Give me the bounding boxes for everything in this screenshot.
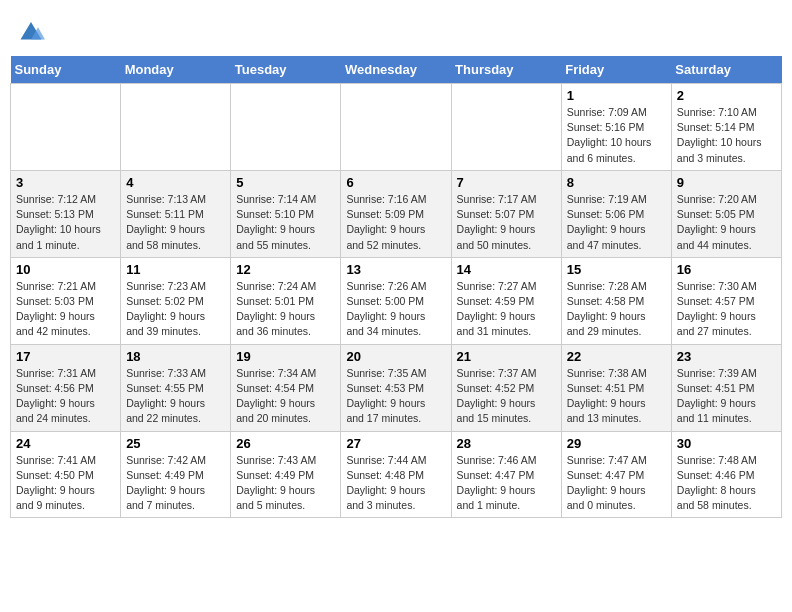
day-number: 1 — [567, 88, 666, 103]
day-info: Sunrise: 7:26 AM Sunset: 5:00 PM Dayligh… — [346, 279, 445, 340]
calendar-cell: 3Sunrise: 7:12 AM Sunset: 5:13 PM Daylig… — [11, 170, 121, 257]
logo — [15, 15, 45, 43]
day-number: 26 — [236, 436, 335, 451]
column-header-wednesday: Wednesday — [341, 56, 451, 84]
day-number: 28 — [457, 436, 556, 451]
day-number: 3 — [16, 175, 115, 190]
logo-icon — [17, 15, 45, 43]
day-info: Sunrise: 7:46 AM Sunset: 4:47 PM Dayligh… — [457, 453, 556, 514]
calendar-cell: 8Sunrise: 7:19 AM Sunset: 5:06 PM Daylig… — [561, 170, 671, 257]
day-info: Sunrise: 7:38 AM Sunset: 4:51 PM Dayligh… — [567, 366, 666, 427]
day-number: 6 — [346, 175, 445, 190]
day-info: Sunrise: 7:20 AM Sunset: 5:05 PM Dayligh… — [677, 192, 776, 253]
column-header-thursday: Thursday — [451, 56, 561, 84]
day-info: Sunrise: 7:42 AM Sunset: 4:49 PM Dayligh… — [126, 453, 225, 514]
calendar-cell: 29Sunrise: 7:47 AM Sunset: 4:47 PM Dayli… — [561, 431, 671, 518]
day-number: 16 — [677, 262, 776, 277]
day-info: Sunrise: 7:44 AM Sunset: 4:48 PM Dayligh… — [346, 453, 445, 514]
column-header-tuesday: Tuesday — [231, 56, 341, 84]
day-info: Sunrise: 7:19 AM Sunset: 5:06 PM Dayligh… — [567, 192, 666, 253]
day-info: Sunrise: 7:43 AM Sunset: 4:49 PM Dayligh… — [236, 453, 335, 514]
calendar-cell: 12Sunrise: 7:24 AM Sunset: 5:01 PM Dayli… — [231, 257, 341, 344]
calendar-cell: 15Sunrise: 7:28 AM Sunset: 4:58 PM Dayli… — [561, 257, 671, 344]
day-info: Sunrise: 7:12 AM Sunset: 5:13 PM Dayligh… — [16, 192, 115, 253]
day-info: Sunrise: 7:10 AM Sunset: 5:14 PM Dayligh… — [677, 105, 776, 166]
day-info: Sunrise: 7:17 AM Sunset: 5:07 PM Dayligh… — [457, 192, 556, 253]
day-number: 22 — [567, 349, 666, 364]
day-info: Sunrise: 7:09 AM Sunset: 5:16 PM Dayligh… — [567, 105, 666, 166]
day-number: 4 — [126, 175, 225, 190]
day-info: Sunrise: 7:41 AM Sunset: 4:50 PM Dayligh… — [16, 453, 115, 514]
calendar-cell — [231, 84, 341, 171]
day-number: 29 — [567, 436, 666, 451]
day-info: Sunrise: 7:39 AM Sunset: 4:51 PM Dayligh… — [677, 366, 776, 427]
day-number: 25 — [126, 436, 225, 451]
calendar-table: SundayMondayTuesdayWednesdayThursdayFrid… — [10, 56, 782, 518]
calendar-cell: 18Sunrise: 7:33 AM Sunset: 4:55 PM Dayli… — [121, 344, 231, 431]
calendar-cell: 11Sunrise: 7:23 AM Sunset: 5:02 PM Dayli… — [121, 257, 231, 344]
day-number: 13 — [346, 262, 445, 277]
week-row-2: 3Sunrise: 7:12 AM Sunset: 5:13 PM Daylig… — [11, 170, 782, 257]
day-number: 12 — [236, 262, 335, 277]
calendar-cell: 25Sunrise: 7:42 AM Sunset: 4:49 PM Dayli… — [121, 431, 231, 518]
day-info: Sunrise: 7:48 AM Sunset: 4:46 PM Dayligh… — [677, 453, 776, 514]
day-info: Sunrise: 7:23 AM Sunset: 5:02 PM Dayligh… — [126, 279, 225, 340]
calendar-cell — [451, 84, 561, 171]
calendar-cell: 21Sunrise: 7:37 AM Sunset: 4:52 PM Dayli… — [451, 344, 561, 431]
day-number: 20 — [346, 349, 445, 364]
calendar-cell: 9Sunrise: 7:20 AM Sunset: 5:05 PM Daylig… — [671, 170, 781, 257]
calendar-cell: 16Sunrise: 7:30 AM Sunset: 4:57 PM Dayli… — [671, 257, 781, 344]
column-header-saturday: Saturday — [671, 56, 781, 84]
calendar-cell: 6Sunrise: 7:16 AM Sunset: 5:09 PM Daylig… — [341, 170, 451, 257]
column-header-sunday: Sunday — [11, 56, 121, 84]
calendar-cell: 22Sunrise: 7:38 AM Sunset: 4:51 PM Dayli… — [561, 344, 671, 431]
day-number: 24 — [16, 436, 115, 451]
day-number: 8 — [567, 175, 666, 190]
day-info: Sunrise: 7:13 AM Sunset: 5:11 PM Dayligh… — [126, 192, 225, 253]
day-info: Sunrise: 7:14 AM Sunset: 5:10 PM Dayligh… — [236, 192, 335, 253]
day-number: 30 — [677, 436, 776, 451]
day-number: 19 — [236, 349, 335, 364]
day-info: Sunrise: 7:47 AM Sunset: 4:47 PM Dayligh… — [567, 453, 666, 514]
day-info: Sunrise: 7:34 AM Sunset: 4:54 PM Dayligh… — [236, 366, 335, 427]
calendar-cell: 4Sunrise: 7:13 AM Sunset: 5:11 PM Daylig… — [121, 170, 231, 257]
page-header — [10, 10, 782, 48]
day-number: 11 — [126, 262, 225, 277]
column-header-friday: Friday — [561, 56, 671, 84]
calendar-cell: 13Sunrise: 7:26 AM Sunset: 5:00 PM Dayli… — [341, 257, 451, 344]
day-info: Sunrise: 7:27 AM Sunset: 4:59 PM Dayligh… — [457, 279, 556, 340]
calendar-cell: 14Sunrise: 7:27 AM Sunset: 4:59 PM Dayli… — [451, 257, 561, 344]
calendar-cell — [11, 84, 121, 171]
day-info: Sunrise: 7:24 AM Sunset: 5:01 PM Dayligh… — [236, 279, 335, 340]
calendar-cell: 17Sunrise: 7:31 AM Sunset: 4:56 PM Dayli… — [11, 344, 121, 431]
day-number: 18 — [126, 349, 225, 364]
day-info: Sunrise: 7:35 AM Sunset: 4:53 PM Dayligh… — [346, 366, 445, 427]
day-info: Sunrise: 7:16 AM Sunset: 5:09 PM Dayligh… — [346, 192, 445, 253]
week-row-5: 24Sunrise: 7:41 AM Sunset: 4:50 PM Dayli… — [11, 431, 782, 518]
calendar-cell — [121, 84, 231, 171]
calendar-cell — [341, 84, 451, 171]
calendar-cell: 27Sunrise: 7:44 AM Sunset: 4:48 PM Dayli… — [341, 431, 451, 518]
day-number: 21 — [457, 349, 556, 364]
day-number: 7 — [457, 175, 556, 190]
week-row-1: 1Sunrise: 7:09 AM Sunset: 5:16 PM Daylig… — [11, 84, 782, 171]
header-row: SundayMondayTuesdayWednesdayThursdayFrid… — [11, 56, 782, 84]
day-number: 14 — [457, 262, 556, 277]
calendar-cell: 26Sunrise: 7:43 AM Sunset: 4:49 PM Dayli… — [231, 431, 341, 518]
day-number: 9 — [677, 175, 776, 190]
calendar-cell: 23Sunrise: 7:39 AM Sunset: 4:51 PM Dayli… — [671, 344, 781, 431]
calendar-cell: 30Sunrise: 7:48 AM Sunset: 4:46 PM Dayli… — [671, 431, 781, 518]
day-number: 23 — [677, 349, 776, 364]
day-info: Sunrise: 7:31 AM Sunset: 4:56 PM Dayligh… — [16, 366, 115, 427]
day-number: 17 — [16, 349, 115, 364]
calendar-cell: 7Sunrise: 7:17 AM Sunset: 5:07 PM Daylig… — [451, 170, 561, 257]
day-info: Sunrise: 7:33 AM Sunset: 4:55 PM Dayligh… — [126, 366, 225, 427]
calendar-cell: 1Sunrise: 7:09 AM Sunset: 5:16 PM Daylig… — [561, 84, 671, 171]
day-number: 5 — [236, 175, 335, 190]
day-info: Sunrise: 7:37 AM Sunset: 4:52 PM Dayligh… — [457, 366, 556, 427]
day-info: Sunrise: 7:21 AM Sunset: 5:03 PM Dayligh… — [16, 279, 115, 340]
calendar-cell: 24Sunrise: 7:41 AM Sunset: 4:50 PM Dayli… — [11, 431, 121, 518]
day-number: 27 — [346, 436, 445, 451]
calendar-cell: 10Sunrise: 7:21 AM Sunset: 5:03 PM Dayli… — [11, 257, 121, 344]
calendar-cell: 19Sunrise: 7:34 AM Sunset: 4:54 PM Dayli… — [231, 344, 341, 431]
